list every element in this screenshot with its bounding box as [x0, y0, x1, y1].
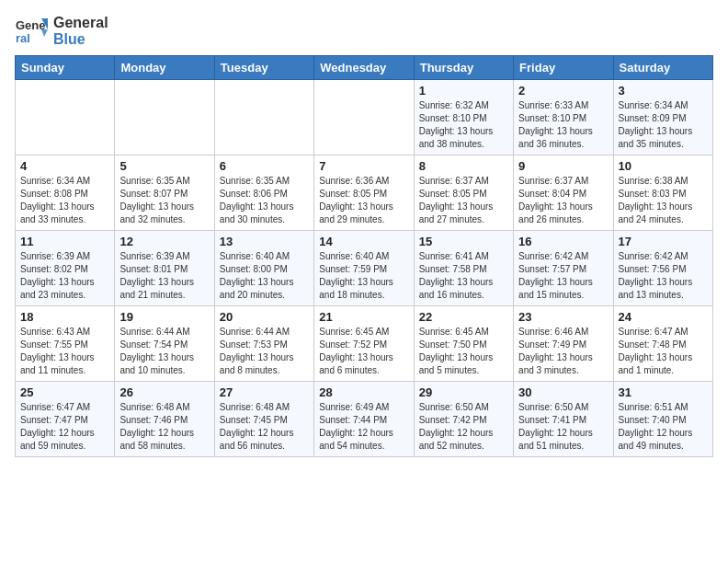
calendar-cell: 23Sunrise: 6:46 AM Sunset: 7:49 PM Dayli…: [514, 306, 613, 382]
day-number: 8: [419, 159, 508, 173]
calendar-cell: 26Sunrise: 6:48 AM Sunset: 7:46 PM Dayli…: [115, 382, 214, 457]
day-info: Sunrise: 6:47 AM Sunset: 7:48 PM Dayligh…: [619, 326, 708, 377]
day-number: 10: [619, 159, 708, 173]
day-number: 11: [20, 235, 109, 248]
calendar-cell: 8Sunrise: 6:37 AM Sunset: 8:05 PM Daylig…: [414, 155, 513, 231]
calendar-cell: 6Sunrise: 6:35 AM Sunset: 8:06 PM Daylig…: [214, 155, 313, 231]
week-row-4: 18Sunrise: 6:43 AM Sunset: 7:55 PM Dayli…: [16, 306, 713, 382]
calendar-cell: 9Sunrise: 6:37 AM Sunset: 8:04 PM Daylig…: [514, 155, 613, 231]
day-number: 16: [518, 235, 608, 248]
day-number: 19: [119, 310, 209, 324]
calendar-cell: [214, 80, 313, 155]
day-info: Sunrise: 6:49 AM Sunset: 7:44 PM Dayligh…: [319, 401, 408, 453]
day-header-friday: Friday: [514, 56, 613, 80]
calendar-cell: 14Sunrise: 6:40 AM Sunset: 7:59 PM Dayli…: [314, 231, 414, 306]
day-info: Sunrise: 6:44 AM Sunset: 7:53 PM Dayligh…: [220, 326, 309, 377]
day-number: 25: [20, 385, 109, 399]
day-info: Sunrise: 6:39 AM Sunset: 8:02 PM Dayligh…: [20, 250, 109, 302]
day-info: Sunrise: 6:35 AM Sunset: 8:07 PM Dayligh…: [119, 175, 209, 226]
day-number: 22: [419, 310, 508, 324]
day-info: Sunrise: 6:44 AM Sunset: 7:54 PM Dayligh…: [119, 326, 209, 377]
day-header-thursday: Thursday: [414, 56, 513, 80]
day-number: 13: [220, 235, 309, 248]
day-info: Sunrise: 6:35 AM Sunset: 8:06 PM Dayligh…: [220, 175, 309, 226]
day-info: Sunrise: 6:34 AM Sunset: 8:09 PM Dayligh…: [619, 99, 708, 151]
day-info: Sunrise: 6:42 AM Sunset: 7:57 PM Dayligh…: [518, 250, 608, 302]
calendar-cell: 16Sunrise: 6:42 AM Sunset: 7:57 PM Dayli…: [514, 231, 613, 306]
calendar-cell: 30Sunrise: 6:50 AM Sunset: 7:41 PM Dayli…: [514, 382, 613, 457]
day-info: Sunrise: 6:32 AM Sunset: 8:10 PM Dayligh…: [419, 99, 508, 151]
day-info: Sunrise: 6:47 AM Sunset: 7:47 PM Dayligh…: [20, 401, 109, 453]
day-number: 9: [518, 159, 608, 173]
day-info: Sunrise: 6:48 AM Sunset: 7:46 PM Dayligh…: [119, 401, 209, 453]
svg-text:ral: ral: [16, 31, 30, 45]
day-number: 1: [419, 84, 508, 98]
logo-svg: Gene ral: [15, 15, 48, 48]
day-info: Sunrise: 6:39 AM Sunset: 8:01 PM Dayligh…: [119, 250, 209, 302]
week-row-5: 25Sunrise: 6:47 AM Sunset: 7:47 PM Dayli…: [16, 382, 713, 457]
day-number: 31: [619, 385, 708, 399]
day-info: Sunrise: 6:45 AM Sunset: 7:50 PM Dayligh…: [419, 326, 508, 377]
day-info: Sunrise: 6:36 AM Sunset: 8:05 PM Dayligh…: [319, 175, 408, 226]
calendar-cell: 17Sunrise: 6:42 AM Sunset: 7:56 PM Dayli…: [613, 231, 712, 306]
day-number: 5: [119, 159, 209, 173]
day-number: 20: [220, 310, 309, 324]
logo-text-general: General: [53, 15, 108, 30]
calendar-cell: 29Sunrise: 6:50 AM Sunset: 7:42 PM Dayli…: [414, 382, 513, 457]
day-number: 14: [319, 235, 408, 248]
calendar-cell: 13Sunrise: 6:40 AM Sunset: 8:00 PM Dayli…: [214, 231, 313, 306]
day-header-monday: Monday: [115, 56, 214, 80]
calendar-cell: [16, 80, 115, 155]
day-info: Sunrise: 6:50 AM Sunset: 7:42 PM Dayligh…: [419, 401, 508, 453]
day-number: 17: [619, 235, 708, 248]
calendar-cell: 5Sunrise: 6:35 AM Sunset: 8:07 PM Daylig…: [115, 155, 214, 231]
day-info: Sunrise: 6:40 AM Sunset: 8:00 PM Dayligh…: [220, 250, 309, 302]
calendar-cell: 4Sunrise: 6:34 AM Sunset: 8:08 PM Daylig…: [16, 155, 115, 231]
day-header-saturday: Saturday: [613, 56, 712, 80]
day-info: Sunrise: 6:50 AM Sunset: 7:41 PM Dayligh…: [518, 401, 608, 453]
day-info: Sunrise: 6:37 AM Sunset: 8:05 PM Dayligh…: [419, 175, 508, 226]
day-info: Sunrise: 6:37 AM Sunset: 8:04 PM Dayligh…: [518, 175, 608, 226]
week-row-2: 4Sunrise: 6:34 AM Sunset: 8:08 PM Daylig…: [16, 155, 713, 231]
day-info: Sunrise: 6:40 AM Sunset: 7:59 PM Dayligh…: [319, 250, 408, 302]
calendar-cell: 24Sunrise: 6:47 AM Sunset: 7:48 PM Dayli…: [613, 306, 712, 382]
calendar-cell: 11Sunrise: 6:39 AM Sunset: 8:02 PM Dayli…: [16, 231, 115, 306]
day-number: 2: [518, 84, 608, 98]
calendar-cell: 2Sunrise: 6:33 AM Sunset: 8:10 PM Daylig…: [514, 80, 613, 155]
calendar-cell: 3Sunrise: 6:34 AM Sunset: 8:09 PM Daylig…: [613, 80, 712, 155]
day-number: 27: [220, 385, 309, 399]
day-info: Sunrise: 6:45 AM Sunset: 7:52 PM Dayligh…: [319, 326, 408, 377]
day-number: 6: [220, 159, 309, 173]
day-number: 29: [419, 385, 508, 399]
page-header: Gene ral General Blue: [15, 15, 713, 48]
calendar-cell: [314, 80, 414, 155]
day-info: Sunrise: 6:34 AM Sunset: 8:08 PM Dayligh…: [20, 175, 109, 226]
logo: Gene ral General Blue: [15, 15, 108, 48]
day-number: 18: [20, 310, 109, 324]
calendar-cell: 18Sunrise: 6:43 AM Sunset: 7:55 PM Dayli…: [16, 306, 115, 382]
calendar-cell: 12Sunrise: 6:39 AM Sunset: 8:01 PM Dayli…: [115, 231, 214, 306]
calendar-cell: 15Sunrise: 6:41 AM Sunset: 7:58 PM Dayli…: [414, 231, 513, 306]
logo-text-blue: Blue: [53, 31, 85, 47]
day-number: 15: [419, 235, 508, 248]
day-header-tuesday: Tuesday: [214, 56, 313, 80]
day-number: 12: [119, 235, 209, 248]
week-row-1: 1Sunrise: 6:32 AM Sunset: 8:10 PM Daylig…: [16, 80, 713, 155]
day-number: 4: [20, 159, 109, 173]
day-info: Sunrise: 6:33 AM Sunset: 8:10 PM Dayligh…: [518, 99, 608, 151]
day-number: 7: [319, 159, 408, 173]
calendar-cell: 28Sunrise: 6:49 AM Sunset: 7:44 PM Dayli…: [314, 382, 414, 457]
day-info: Sunrise: 6:43 AM Sunset: 7:55 PM Dayligh…: [20, 326, 109, 377]
day-info: Sunrise: 6:41 AM Sunset: 7:58 PM Dayligh…: [419, 250, 508, 302]
calendar-cell: 19Sunrise: 6:44 AM Sunset: 7:54 PM Dayli…: [115, 306, 214, 382]
day-number: 21: [319, 310, 408, 324]
day-number: 30: [518, 385, 608, 399]
day-header-wednesday: Wednesday: [314, 56, 414, 80]
svg-text:Gene: Gene: [16, 18, 46, 32]
day-info: Sunrise: 6:51 AM Sunset: 7:40 PM Dayligh…: [619, 401, 708, 453]
calendar-cell: 10Sunrise: 6:38 AM Sunset: 8:03 PM Dayli…: [613, 155, 712, 231]
day-info: Sunrise: 6:46 AM Sunset: 7:49 PM Dayligh…: [518, 326, 608, 377]
day-header-sunday: Sunday: [16, 56, 115, 80]
week-row-3: 11Sunrise: 6:39 AM Sunset: 8:02 PM Dayli…: [16, 231, 713, 306]
days-header-row: SundayMondayTuesdayWednesdayThursdayFrid…: [16, 56, 713, 80]
